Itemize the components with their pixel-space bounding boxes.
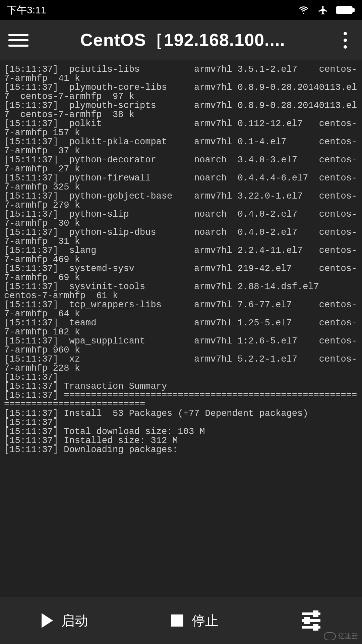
svg-rect-0 — [336, 6, 353, 14]
more-icon[interactable] — [337, 30, 354, 50]
stop-label: 停止 — [192, 611, 219, 630]
start-label: 启动 — [61, 611, 88, 630]
airplane-icon — [316, 5, 330, 15]
terminal-output[interactable]: [15:11:37] pciutils-libs armv7hl 3.5.1-2… — [0, 60, 362, 597]
sliders-icon — [302, 611, 320, 630]
watermark-logo-icon — [324, 632, 336, 640]
settings-button[interactable] — [302, 611, 320, 630]
watermark: 亿速云 — [324, 632, 358, 641]
bottom-bar: 启动 停止 — [0, 597, 362, 644]
app-title: CentOS［192.168.100.... — [28, 29, 337, 52]
svg-rect-1 — [353, 8, 355, 12]
wifi-icon — [297, 5, 310, 15]
play-icon — [42, 613, 53, 628]
battery-icon — [336, 5, 355, 15]
stop-button[interactable]: 停止 — [171, 611, 219, 630]
status-icons — [297, 5, 355, 15]
status-time: 下午3:11 — [7, 3, 46, 17]
stop-icon — [171, 614, 183, 627]
start-button[interactable]: 启动 — [42, 611, 88, 630]
watermark-text: 亿速云 — [338, 632, 358, 641]
menu-icon[interactable] — [8, 30, 28, 50]
app-bar: CentOS［192.168.100.... — [0, 20, 362, 60]
status-bar: 下午3:11 — [0, 0, 362, 20]
